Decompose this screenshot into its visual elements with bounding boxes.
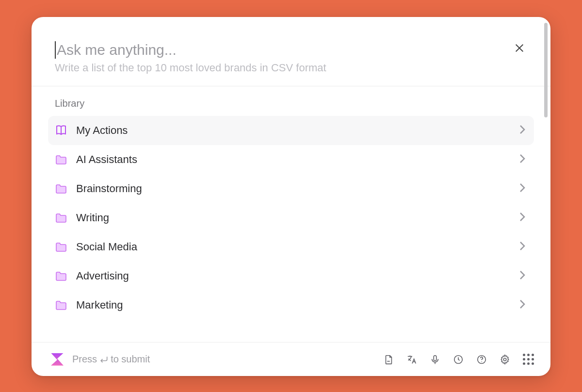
voice-button[interactable] bbox=[429, 354, 441, 365]
library-item-label: AI Assistants bbox=[76, 153, 511, 166]
book-icon bbox=[55, 124, 67, 137]
library-item-label: Social Media bbox=[76, 241, 511, 253]
gear-icon bbox=[500, 354, 510, 365]
library-item[interactable]: Brainstorming bbox=[48, 174, 534, 203]
folder-icon bbox=[55, 212, 67, 224]
more-button[interactable] bbox=[522, 354, 534, 365]
clock-icon bbox=[453, 354, 464, 365]
command-palette: Ask me anything... Write a list of the t… bbox=[32, 17, 550, 376]
library-section: Library My ActionsAI AssistantsBrainstor… bbox=[32, 86, 550, 342]
notes-button[interactable] bbox=[383, 354, 394, 365]
translate-icon bbox=[406, 354, 417, 365]
prompt-input[interactable]: Ask me anything... bbox=[55, 41, 527, 59]
app-logo-icon bbox=[51, 353, 64, 366]
library-item-label: Brainstorming bbox=[76, 182, 511, 195]
history-button[interactable] bbox=[453, 354, 464, 365]
return-key-icon bbox=[99, 355, 109, 364]
settings-button[interactable] bbox=[499, 354, 511, 365]
close-button[interactable] bbox=[513, 41, 526, 55]
library-item[interactable]: Writing bbox=[48, 203, 534, 232]
library-item-label: My Actions bbox=[76, 124, 511, 137]
library-item[interactable]: AI Assistants bbox=[48, 145, 534, 174]
chevron-right-icon bbox=[519, 183, 525, 195]
chevron-right-icon bbox=[519, 241, 525, 253]
help-icon bbox=[476, 354, 487, 365]
chevron-right-icon bbox=[519, 212, 525, 224]
file-icon bbox=[383, 354, 394, 365]
hint-text-suffix: to submit bbox=[111, 354, 150, 365]
submit-hint: Press to submit bbox=[72, 354, 374, 365]
prompt-area: Ask me anything... Write a list of the t… bbox=[32, 17, 550, 86]
help-button[interactable] bbox=[476, 354, 487, 365]
folder-icon bbox=[55, 270, 67, 282]
chevron-right-icon bbox=[519, 125, 525, 136]
close-icon bbox=[514, 43, 525, 53]
library-item-label: Advertising bbox=[76, 270, 511, 282]
chevron-right-icon bbox=[519, 299, 525, 311]
microphone-icon bbox=[430, 354, 440, 365]
svg-point-8 bbox=[481, 361, 482, 361]
library-item[interactable]: Marketing bbox=[48, 291, 534, 320]
library-item[interactable]: Social Media bbox=[48, 232, 534, 261]
prompt-example: Write a list of the top 10 most loved br… bbox=[55, 62, 527, 74]
library-item-label: Writing bbox=[76, 212, 511, 224]
library-item[interactable]: My Actions bbox=[48, 116, 534, 145]
chevron-right-icon bbox=[519, 154, 525, 165]
folder-icon bbox=[55, 182, 67, 195]
translate-button[interactable] bbox=[406, 354, 418, 365]
library-title: Library bbox=[55, 98, 534, 109]
library-item[interactable]: Advertising bbox=[48, 261, 534, 291]
library-list: My ActionsAI AssistantsBrainstormingWrit… bbox=[48, 116, 534, 320]
footer-actions bbox=[383, 354, 534, 365]
hint-text-prefix: Press bbox=[72, 354, 97, 365]
grid-icon bbox=[523, 354, 534, 365]
folder-icon bbox=[55, 241, 67, 253]
svg-rect-4 bbox=[434, 355, 436, 360]
folder-icon bbox=[55, 299, 67, 311]
chevron-right-icon bbox=[519, 270, 525, 282]
folder-icon bbox=[55, 153, 67, 166]
svg-point-9 bbox=[503, 358, 506, 361]
footer-bar: Press to submit bbox=[32, 342, 550, 376]
library-item-label: Marketing bbox=[76, 299, 511, 311]
